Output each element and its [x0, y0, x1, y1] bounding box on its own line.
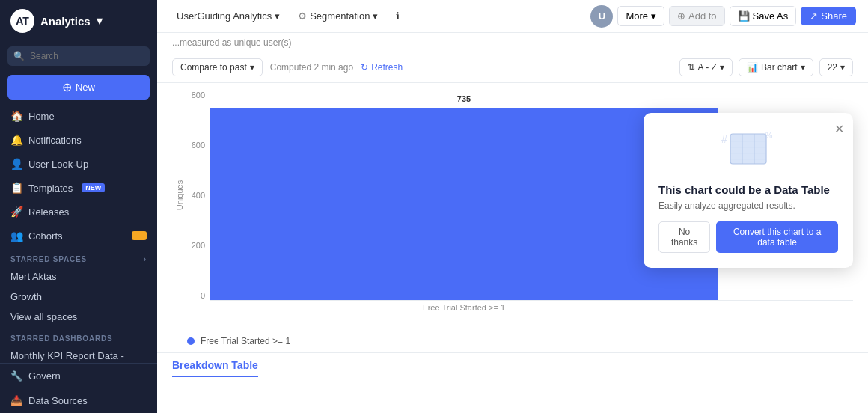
legend-label: Free Trial Started >= 1	[201, 336, 290, 346]
y-axis: Uniques 800 600 400 200 0	[172, 91, 210, 300]
sidebar-item-data-sources[interactable]: 📥 Data Sources	[0, 388, 157, 413]
chart-toolbar: Compare to past ▾ Computed 2 min ago ↻ R…	[157, 52, 868, 83]
app-title: Analytics	[40, 15, 91, 28]
cohorts-badge	[132, 231, 147, 240]
popup-title: This chart could be a Data Table	[658, 183, 838, 196]
toolbar-right: ⇅ A - Z ▾ 📊 Bar chart ▾ 22 ▾	[679, 58, 853, 76]
templates-badge: NEW	[82, 183, 105, 192]
topbar-actions: U More ▾ ⊕ Add to 💾 Save As ↗ Share	[590, 5, 856, 28]
save-as-button[interactable]: 💾 Save As	[730, 6, 797, 26]
chart-subtitle: ...measured as unique user(s)	[157, 33, 868, 52]
sidebar-item-templates-label: Templates	[28, 183, 73, 194]
releases-icon: 🚀	[10, 206, 22, 218]
templates-icon: 📋	[10, 182, 22, 194]
main-content: UserGuiding Analytics ▾ ⚙ Segmentation ▾…	[157, 0, 868, 413]
new-button[interactable]: ⊕ New	[7, 75, 150, 100]
app-chevron: ▾	[97, 14, 103, 28]
bar-element: 735	[210, 108, 718, 300]
sidebar-item-templates[interactable]: 📋 Templates NEW	[0, 176, 157, 200]
convert-button[interactable]: Convert this chart to a data table	[716, 221, 838, 253]
chart-type-button[interactable]: 📊 Bar chart ▾	[739, 58, 813, 76]
logo-icon: AT	[10, 9, 34, 33]
sort-icon: ⇅	[688, 62, 695, 73]
breakdown-table-section: Breakdown Table	[157, 352, 868, 377]
breakdown-table-tab[interactable]: Breakdown Table	[172, 359, 258, 377]
sidebar-bottom: 🔧 Govern 📥 Data Sources	[0, 363, 157, 413]
sidebar-item-releases-label: Releases	[28, 206, 69, 218]
refresh-icon: ↻	[361, 62, 368, 73]
starred-space-mert[interactable]: Mert Aktas	[0, 266, 157, 287]
breadcrumb-analytics-chevron: ▾	[275, 10, 280, 22]
sidebar-item-cohorts[interactable]: 👥 Cohorts	[0, 224, 157, 248]
sidebar-item-home-label: Home	[28, 111, 55, 122]
search-input[interactable]	[7, 46, 150, 66]
starred-dashboard-kpi[interactable]: Monthly KPI Report Data - CEO Te...	[0, 346, 157, 363]
user-avatar[interactable]: U	[590, 5, 613, 28]
info-button[interactable]: ℹ	[388, 7, 407, 25]
data-table-popup: ✕ # % This	[644, 113, 853, 268]
breadcrumb-segmentation[interactable]: ⚙ Segmentation ▾	[290, 7, 385, 25]
table-illustration: # %	[718, 128, 778, 173]
add-to-button[interactable]: ⊕ Add to	[669, 6, 725, 26]
starred-space-view-all[interactable]: View all spaces	[0, 307, 157, 327]
refresh-button[interactable]: ↻ Refresh	[361, 62, 403, 73]
sidebar-item-releases[interactable]: 🚀 Releases	[0, 200, 157, 224]
bar-chart-icon: 📊	[747, 62, 758, 73]
sidebar-item-user-lookup[interactable]: 👤 User Look-Up	[0, 152, 157, 176]
home-icon: 🏠	[10, 110, 22, 122]
user-lookup-icon: 👤	[10, 158, 22, 170]
more-chevron: ▾	[651, 10, 656, 22]
starred-space-growth[interactable]: Growth	[0, 287, 157, 307]
search-container: 🔍	[0, 42, 157, 70]
popup-close-button[interactable]: ✕	[834, 122, 844, 136]
sidebar-logo: AT Analytics ▾	[0, 0, 157, 42]
sidebar-item-home[interactable]: 🏠 Home	[0, 104, 157, 128]
sidebar: AT Analytics ▾ 🔍 ⊕ New 🏠 Home 🔔 Notifica…	[0, 0, 157, 413]
share-icon: ↗	[810, 10, 818, 22]
govern-label: Govern	[28, 370, 61, 382]
plus-icon: ⊕	[62, 80, 72, 94]
more-button[interactable]: More ▾	[617, 6, 664, 26]
computed-text: Computed 2 min ago	[270, 62, 353, 73]
starred-spaces-section: STARRED SPACES ›	[0, 248, 157, 266]
sidebar-item-user-lookup-label: User Look-Up	[28, 159, 88, 170]
x-axis-label: Free Trial Started >= 1	[210, 300, 718, 312]
legend-dot	[187, 337, 195, 345]
chart-type-chevron: ▾	[801, 62, 805, 73]
x-axis: Free Trial Started >= 1	[172, 300, 853, 312]
info-icon: ℹ	[396, 10, 400, 22]
svg-text:#: #	[721, 133, 727, 145]
segmentation-chevron: ▾	[373, 10, 378, 22]
compare-button[interactable]: Compare to past ▾	[172, 58, 263, 76]
topbar: UserGuiding Analytics ▾ ⚙ Segmentation ▾…	[157, 0, 868, 33]
sidebar-item-notifications-label: Notifications	[28, 135, 82, 146]
data-sources-label: Data Sources	[28, 395, 88, 406]
sidebar-item-govern[interactable]: 🔧 Govern	[0, 364, 157, 388]
sidebar-item-cohorts-label: Cohorts	[28, 230, 63, 242]
search-icon: 🔍	[13, 51, 25, 61]
share-button[interactable]: ↗ Share	[801, 7, 856, 25]
bar-value-label: 735	[457, 94, 471, 103]
topbar-left: UserGuiding Analytics ▾ ⚙ Segmentation ▾…	[169, 7, 584, 25]
sidebar-item-notifications[interactable]: 🔔 Notifications	[0, 128, 157, 152]
chart-area: Uniques 800 600 400 200 0	[157, 83, 868, 352]
no-thanks-button[interactable]: No thanks	[658, 221, 710, 253]
add-icon: ⊕	[677, 10, 685, 22]
compare-chevron: ▾	[250, 62, 254, 73]
date-button[interactable]: 22 ▾	[819, 58, 853, 76]
content-area: ...measured as unique user(s) Compare to…	[157, 33, 868, 413]
sort-chevron: ▾	[720, 62, 724, 73]
sidebar-nav: 🏠 Home 🔔 Notifications 👤 User Look-Up 📋 …	[0, 104, 157, 363]
cohorts-icon: 👥	[10, 230, 22, 242]
popup-description: Easily analyze aggregated results.	[658, 201, 838, 211]
breadcrumb-analytics[interactable]: UserGuiding Analytics ▾	[169, 7, 287, 25]
govern-icon: 🔧	[10, 370, 22, 382]
popup-illustration: # %	[658, 128, 838, 173]
segmentation-icon: ⚙	[298, 10, 307, 22]
notifications-icon: 🔔	[10, 134, 22, 146]
popup-actions: No thanks Convert this chart to a data t…	[658, 221, 838, 253]
data-sources-icon: 📥	[10, 395, 22, 406]
chart-legend: Free Trial Started >= 1	[172, 330, 853, 352]
save-icon: 💾	[738, 10, 750, 22]
sort-button[interactable]: ⇅ A - Z ▾	[679, 58, 733, 76]
